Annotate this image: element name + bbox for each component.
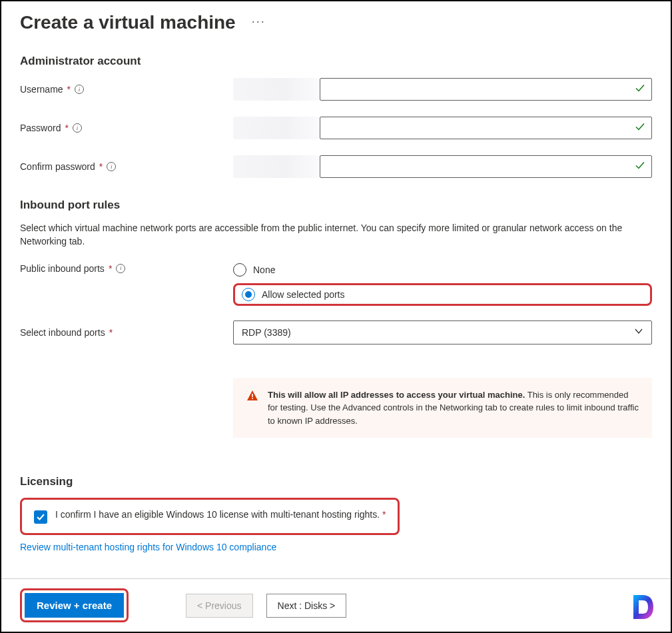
select-inbound-ports-dropdown[interactable]: RDP (3389) [233,320,652,344]
inbound-rules-heading: Inbound port rules [20,199,652,212]
licensing-confirm-text: I confirm I have an eligible Windows 10 … [55,509,386,520]
radio-icon [242,288,255,301]
blurred-value [233,117,320,139]
chevron-down-icon [634,326,643,338]
more-actions-icon[interactable]: ··· [252,15,266,31]
blurred-value [233,155,320,178]
select-inbound-ports-label: Select inbound ports * [20,327,233,338]
username-input[interactable] [320,78,652,101]
highlight-annotation: Allow selected ports [233,283,652,306]
password-label: Password * i [20,123,233,133]
licensing-heading: Licensing [20,475,652,488]
svg-rect-0 [252,394,253,397]
password-input[interactable] [320,117,652,139]
page-title: Create a virtual machine [20,12,236,33]
info-icon[interactable]: i [75,85,84,94]
required-indicator: * [99,161,103,172]
confirm-password-input[interactable] [320,155,652,178]
required-indicator: * [109,327,113,338]
next-button[interactable]: Next : Disks > [266,594,347,618]
licensing-checkbox[interactable] [34,510,47,524]
radio-none-label: None [253,265,275,275]
info-icon[interactable]: i [107,162,116,171]
highlight-annotation: I confirm I have an eligible Windows 10 … [20,498,400,535]
admin-account-heading: Administrator account [20,55,652,68]
inbound-rules-description: Select which virtual machine network por… [20,221,633,249]
required-indicator: * [65,123,68,133]
highlight-annotation: Review + create [20,588,129,622]
blurred-value [233,78,320,101]
warning-icon [246,390,258,406]
info-icon[interactable]: i [116,264,125,273]
svg-rect-1 [252,398,253,399]
username-label: Username * i [20,84,233,95]
valid-check-icon [635,122,645,135]
radio-none[interactable]: None [233,263,652,277]
required-indicator: * [67,84,71,95]
valid-check-icon [635,161,645,173]
warning-bold-text: This will allow all IP addresses to acce… [268,390,525,400]
licensing-compliance-link[interactable]: Review multi-tenant hosting rights for W… [20,542,276,552]
radio-allow-label: Allow selected ports [262,289,345,300]
wizard-footer: Review + create < Previous Next : Disks … [1,578,671,632]
info-icon[interactable]: i [73,123,82,133]
brand-logo [629,592,659,624]
public-inbound-ports-label: Public inbound ports * i [20,263,233,274]
radio-icon [233,263,246,277]
warning-message: This will allow all IP addresses to acce… [233,378,652,438]
valid-check-icon [635,83,645,96]
dropdown-selected-value: RDP (3389) [242,327,291,338]
radio-allow-selected[interactable]: Allow selected ports [242,288,345,301]
review-create-button[interactable]: Review + create [25,593,124,618]
required-indicator: * [109,263,112,274]
required-indicator: * [382,509,386,520]
confirm-password-label: Confirm password * i [20,161,233,172]
previous-button: < Previous [186,594,253,618]
